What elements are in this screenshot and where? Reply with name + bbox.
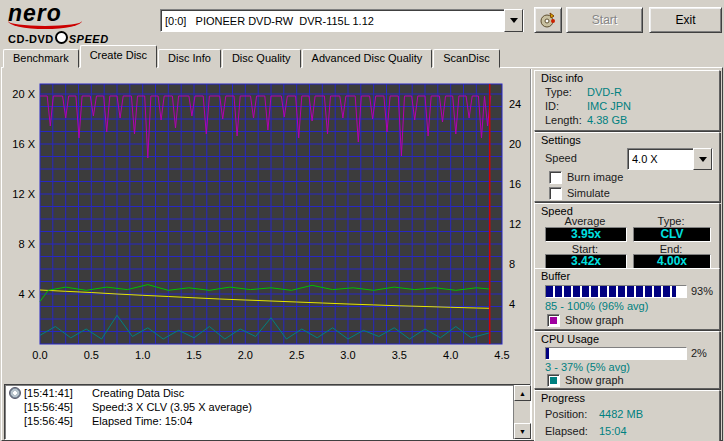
burn-disc-icon bbox=[539, 12, 557, 28]
svg-text:24: 24 bbox=[509, 98, 521, 110]
svg-text:4.5: 4.5 bbox=[494, 349, 509, 361]
event-log-list[interactable]: [15:41:41] Creating Data Disc [15:56:45]… bbox=[4, 384, 531, 440]
speed-end-value: 4.00x bbox=[633, 254, 711, 269]
cpu-range: 3 - 37% (5% avg) bbox=[545, 361, 630, 373]
svg-text:12 X: 12 X bbox=[12, 188, 35, 200]
svg-text:4.0: 4.0 bbox=[443, 349, 458, 361]
disc-type-value: DVD-R bbox=[587, 86, 622, 98]
svg-text:20: 20 bbox=[509, 138, 521, 150]
cpu-check-mark bbox=[550, 377, 557, 384]
start-button[interactable]: Start bbox=[566, 7, 643, 33]
cpu-progress-bar bbox=[545, 347, 687, 360]
log-scrollbar[interactable]: ▲ ▼ bbox=[513, 385, 530, 439]
settings-group: Settings Speed 4.0 X Burn image Simulate bbox=[534, 132, 720, 202]
logo-speed-text: SPEED bbox=[69, 33, 109, 45]
svg-text:16 X: 16 X bbox=[12, 138, 35, 150]
log-time: [15:56:45] bbox=[24, 414, 92, 428]
cpu-progress-fill bbox=[546, 348, 549, 359]
scroll-up-button[interactable]: ▲ bbox=[514, 385, 531, 401]
drive-select[interactable]: [0:0] PIONEER DVD-RW DVR-115L 1.12 bbox=[160, 9, 524, 32]
disc-id-label: ID: bbox=[545, 100, 559, 112]
buffer-title: Buffer bbox=[541, 270, 570, 282]
svg-text:8 X: 8 X bbox=[18, 238, 35, 250]
cpu-percent: 2% bbox=[691, 347, 707, 359]
nero-logo: nero CD-DVDSPEED bbox=[8, 3, 158, 45]
cpu-title: CPU Usage bbox=[541, 333, 599, 345]
log-time: [15:56:45] bbox=[24, 400, 92, 414]
chevron-down-icon bbox=[510, 18, 518, 23]
log-time: [15:41:41] bbox=[24, 386, 92, 400]
svg-text:16: 16 bbox=[509, 178, 521, 190]
simulate-checkbox[interactable] bbox=[549, 187, 562, 200]
position-label: Position: bbox=[545, 408, 587, 420]
log-entry[interactable]: [15:56:45] Elapsed Time: 15:04 bbox=[6, 414, 513, 428]
svg-text:20 X: 20 X bbox=[12, 88, 35, 100]
svg-text:4: 4 bbox=[509, 298, 515, 310]
tab-create-disc[interactable]: Create Disc bbox=[80, 45, 157, 68]
svg-text:4 X: 4 X bbox=[18, 288, 35, 300]
cpu-group: CPU Usage 2% 3 - 37% (5% avg) Show graph bbox=[534, 331, 720, 389]
tab-benchmark[interactable]: Benchmark bbox=[3, 49, 79, 68]
cpu-show-graph-label: Show graph bbox=[565, 374, 624, 386]
svg-text:3.0: 3.0 bbox=[340, 349, 355, 361]
svg-text:1.5: 1.5 bbox=[186, 349, 201, 361]
drive-select-dropdown-button[interactable] bbox=[504, 9, 523, 32]
buffer-range: 85 - 100% (96% avg) bbox=[545, 300, 648, 312]
tab-scandisc[interactable]: ScanDisc bbox=[433, 49, 499, 68]
disc-glyph-icon bbox=[55, 31, 68, 44]
svg-text:0.5: 0.5 bbox=[84, 349, 99, 361]
progress-group: Progress Position: 4482 MB Elapsed: 15:0… bbox=[534, 390, 720, 441]
disc-info-title: Disc info bbox=[541, 72, 583, 84]
svg-text:3.5: 3.5 bbox=[392, 349, 407, 361]
exit-button[interactable]: Exit bbox=[649, 7, 722, 33]
buffer-group: Buffer 93% 85 - 100% (96% avg) Show grap… bbox=[534, 268, 720, 330]
buffer-progress-fill bbox=[546, 286, 676, 297]
progress-title: Progress bbox=[541, 392, 585, 404]
svg-text:8: 8 bbox=[509, 258, 515, 270]
log-entry[interactable]: [15:41:41] Creating Data Disc bbox=[6, 386, 513, 400]
tab-disc-info[interactable]: Disc Info bbox=[158, 49, 221, 68]
burn-image-checkbox[interactable] bbox=[549, 171, 562, 184]
speed-select-value: 4.0 X bbox=[628, 153, 693, 165]
disc-type-label: Type: bbox=[545, 86, 572, 98]
speed-select-label: Speed bbox=[545, 152, 577, 164]
position-value: 4482 MB bbox=[599, 408, 643, 420]
scroll-down-button[interactable]: ▼ bbox=[514, 423, 531, 439]
speed-type-label: Type: bbox=[633, 215, 709, 227]
tab-bar: Benchmark Create Disc Disc Info Disc Qua… bbox=[3, 46, 501, 68]
disc-length-value: 4.38 GB bbox=[587, 114, 627, 126]
disc-info-group: Disc info Type: DVD-R ID: IMC JPN Length… bbox=[534, 70, 720, 131]
cpu-show-graph-checkbox[interactable] bbox=[547, 374, 560, 387]
burn-image-label: Burn image bbox=[567, 171, 623, 183]
drive-select-value: [0:0] PIONEER DVD-RW DVR-115L 1.12 bbox=[161, 15, 504, 27]
chevron-down-icon bbox=[699, 157, 707, 162]
settings-title: Settings bbox=[541, 134, 581, 146]
log-entry[interactable]: [15:56:45] Speed:3 X CLV (3.95 X average… bbox=[6, 400, 513, 414]
elapsed-value: 15:04 bbox=[599, 425, 627, 437]
simulate-label: Simulate bbox=[567, 187, 610, 199]
buffer-show-graph-label: Show graph bbox=[565, 314, 624, 326]
write-speed-chart: 20 X16 X12 X8 X4 X24201612840.00.51.01.5… bbox=[6, 74, 528, 366]
log-disc-icon bbox=[9, 387, 24, 399]
speed-select[interactable]: 4.0 X bbox=[627, 148, 713, 170]
tab-advanced-disc-quality[interactable]: Advanced Disc Quality bbox=[302, 49, 433, 68]
disc-length-label: Length: bbox=[545, 114, 582, 126]
logo-cddvd-text: CD-DVD bbox=[8, 33, 54, 45]
buffer-show-graph-checkbox[interactable] bbox=[547, 314, 560, 327]
nero-brand-text: nero bbox=[8, 3, 158, 23]
burn-disc-button[interactable] bbox=[534, 7, 562, 33]
svg-text:0.0: 0.0 bbox=[32, 349, 47, 361]
disc-id-value: IMC JPN bbox=[587, 100, 631, 112]
speed-type-value: CLV bbox=[633, 227, 711, 242]
tab-disc-quality[interactable]: Disc Quality bbox=[222, 49, 301, 68]
speed-group: Speed Average Type: 3.95x CLV Start: End… bbox=[534, 203, 720, 269]
buffer-check-mark bbox=[550, 317, 557, 324]
svg-text:1.0: 1.0 bbox=[135, 349, 150, 361]
speed-start-value: 3.42x bbox=[545, 254, 627, 269]
speed-select-dropdown-button[interactable] bbox=[693, 148, 712, 170]
cd-dvd-speed-logo-text: CD-DVDSPEED bbox=[8, 31, 158, 45]
log-text: Speed:3 X CLV (3.95 X average) bbox=[92, 400, 252, 414]
svg-text:12: 12 bbox=[509, 218, 521, 230]
log-text: Creating Data Disc bbox=[92, 386, 184, 400]
elapsed-label: Elapsed: bbox=[545, 425, 588, 437]
